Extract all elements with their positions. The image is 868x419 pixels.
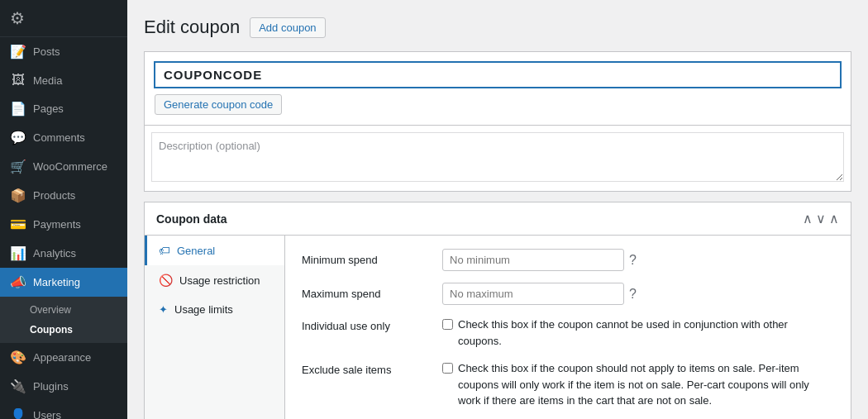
sidebar-item-users[interactable]: 👤 Users (0, 401, 127, 419)
sidebar-item-payments[interactable]: 💳 Payments (0, 210, 127, 239)
individual-use-label: Individual use only (302, 317, 434, 332)
minimum-spend-input[interactable] (442, 249, 624, 271)
sidebar-item-products[interactable]: 📦 Products (0, 181, 127, 210)
maximum-spend-input[interactable] (442, 283, 624, 305)
maximum-spend-help-icon[interactable]: ? (629, 287, 637, 302)
individual-use-row: Individual use only Check this box if th… (302, 317, 834, 349)
posts-icon: 📝 (10, 44, 26, 60)
exclude-sale-checkbox[interactable] (442, 363, 453, 374)
tab-usage-restriction[interactable]: 🚫 Usage restriction (145, 265, 284, 295)
sidebar-item-pages[interactable]: 📄 Pages (0, 94, 127, 123)
products-icon: 📦 (10, 188, 26, 203)
individual-use-checkbox[interactable] (442, 319, 453, 330)
general-tab-content: Minimum spend ? Maximum spend ? (285, 236, 851, 419)
sidebar-item-marketing[interactable]: 📣 Marketing (0, 268, 127, 297)
payments-icon: 💳 (10, 217, 26, 232)
coupon-data-controls: ∧ ∨ ∧ (803, 211, 839, 226)
coupon-code-input[interactable] (155, 62, 841, 88)
coupon-data-body: 🏷 General 🚫 Usage restriction ✦ Usage li… (145, 236, 851, 419)
comments-icon: 💬 (10, 130, 26, 145)
coupon-tabs: 🏷 General 🚫 Usage restriction ✦ Usage li… (145, 236, 285, 419)
pages-icon: 📄 (10, 101, 26, 117)
sidebar-item-plugins[interactable]: 🔌 Plugins (0, 372, 127, 401)
appearance-icon: 🎨 (10, 350, 26, 365)
toggle-icon[interactable]: ∧ (829, 211, 839, 226)
sidebar-item-media[interactable]: 🖼 Media (0, 66, 127, 94)
coupon-data-title: Coupon data (156, 212, 227, 226)
coupon-code-wrapper: Generate coupon code (144, 51, 851, 126)
collapse-down-icon[interactable]: ∨ (816, 211, 826, 226)
analytics-icon: 📊 (10, 245, 26, 261)
page-header: Edit coupon Add coupon (144, 17, 851, 38)
marketing-icon: 📣 (10, 274, 26, 290)
individual-use-text: Check this box if the coupon cannot be u… (458, 317, 834, 349)
individual-use-content: Check this box if the coupon cannot be u… (442, 317, 834, 349)
exclude-sale-label: Exclude sale items (302, 360, 434, 376)
maximum-spend-label: Maximum spend (302, 283, 434, 300)
media-icon: 🖼 (10, 73, 26, 88)
maximum-spend-row: Maximum spend ? (302, 283, 834, 305)
plugins-icon: 🔌 (10, 379, 26, 394)
submenu-coupons[interactable]: Coupons (0, 320, 127, 340)
minimum-spend-row: Minimum spend ? (302, 249, 834, 271)
exclude-sale-content: Check this box if the coupon should not … (442, 360, 834, 409)
exclude-sale-row: Exclude sale items Check this box if the… (302, 360, 834, 409)
description-textarea[interactable] (151, 132, 844, 182)
generate-coupon-code-button[interactable]: Generate coupon code (155, 94, 282, 115)
minimum-spend-control: ? (442, 249, 834, 271)
add-coupon-button[interactable]: Add coupon (250, 17, 325, 38)
main-content: Edit coupon Add coupon Generate coupon c… (127, 0, 868, 419)
marketing-submenu: Overview Coupons (0, 297, 127, 343)
maximum-spend-control: ? (442, 283, 834, 305)
usage-restriction-tab-icon: 🚫 (159, 274, 173, 287)
tab-general[interactable]: 🏷 General (145, 236, 284, 265)
coupon-data-section: Coupon data ∧ ∨ ∧ 🏷 General 🚫 Usage rest… (144, 202, 851, 419)
sidebar-item-woocommerce[interactable]: 🛒 WooCommerce (0, 152, 127, 181)
woocommerce-icon: 🛒 (10, 159, 26, 174)
sidebar-item-appearance[interactable]: 🎨 Appearance (0, 343, 127, 372)
page-title: Edit coupon (144, 17, 240, 38)
sidebar-item-analytics[interactable]: 📊 Analytics (0, 239, 127, 268)
collapse-up-icon[interactable]: ∧ (803, 211, 813, 226)
sidebar-item-posts[interactable]: 📝 Posts (0, 37, 127, 66)
sidebar-logo: ⚙ (0, 0, 127, 37)
users-icon: 👤 (10, 407, 26, 419)
general-tab-icon: 🏷 (159, 244, 170, 257)
exclude-sale-text: Check this box if the coupon should not … (458, 360, 834, 409)
tab-usage-limits[interactable]: ✦ Usage limits (145, 295, 284, 324)
coupon-data-header: Coupon data ∧ ∨ ∧ (145, 202, 851, 236)
sidebar: ⚙ 📝 Posts 🖼 Media 📄 Pages 💬 Comments 🛒 W… (0, 0, 127, 419)
usage-limits-tab-icon: ✦ (159, 303, 168, 316)
minimum-spend-label: Minimum spend (302, 249, 434, 266)
submenu-overview[interactable]: Overview (0, 300, 127, 320)
minimum-spend-help-icon[interactable]: ? (629, 253, 637, 268)
sidebar-item-comments[interactable]: 💬 Comments (0, 123, 127, 152)
description-wrapper (144, 126, 851, 192)
